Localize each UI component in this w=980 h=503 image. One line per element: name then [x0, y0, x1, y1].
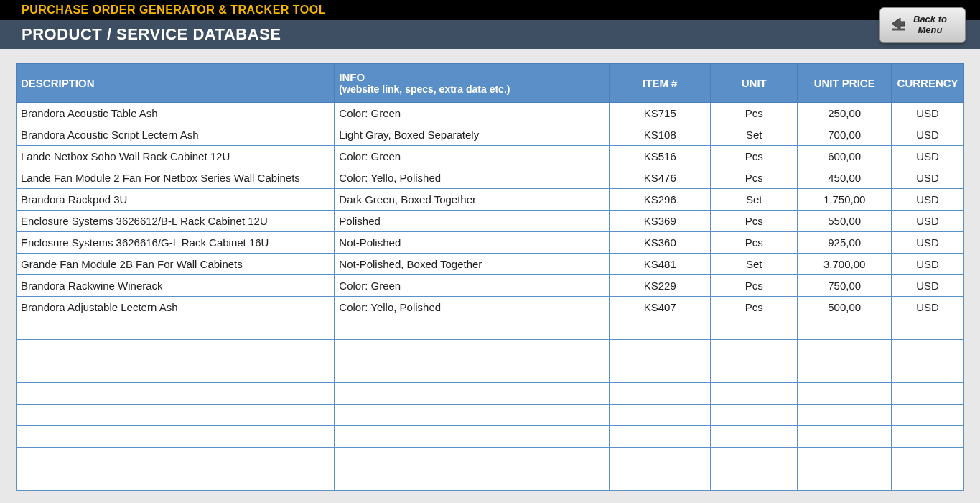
cell-empty[interactable]: [335, 340, 610, 361]
cell-description[interactable]: Lande Netbox Soho Wall Rack Cabinet 12U: [17, 146, 335, 167]
cell-empty[interactable]: [798, 361, 892, 383]
cell-empty[interactable]: [798, 383, 892, 405]
cell-empty[interactable]: [335, 469, 610, 491]
cell-unit_price[interactable]: 600,00: [798, 146, 892, 167]
table-row[interactable]: Brandora Adjustable Lectern AshColor: Ye…: [17, 297, 964, 318]
cell-info[interactable]: Color: Green: [335, 275, 610, 297]
cell-empty[interactable]: [711, 448, 798, 469]
table-row-empty[interactable]: [17, 361, 964, 383]
cell-empty[interactable]: [711, 318, 798, 340]
cell-empty[interactable]: [610, 318, 711, 340]
cell-empty[interactable]: [610, 383, 711, 405]
table-row[interactable]: Lande Netbox Soho Wall Rack Cabinet 12UC…: [17, 146, 964, 167]
cell-empty[interactable]: [610, 405, 711, 426]
cell-info[interactable]: Not-Polished: [335, 232, 610, 254]
cell-unit[interactable]: Pcs: [711, 211, 798, 232]
table-row[interactable]: Brandora Acoustic Script Lectern AshLigh…: [17, 124, 964, 146]
cell-empty[interactable]: [892, 448, 964, 469]
cell-unit_price[interactable]: 925,00: [798, 232, 892, 254]
cell-unit[interactable]: Pcs: [711, 275, 798, 297]
cell-description[interactable]: Brandora Acoustic Table Ash: [17, 103, 335, 124]
cell-empty[interactable]: [798, 469, 892, 491]
cell-empty[interactable]: [798, 405, 892, 426]
table-row[interactable]: Lande Fan Module 2 Fan For Netbox Series…: [17, 167, 964, 189]
cell-empty[interactable]: [17, 469, 335, 491]
cell-unit[interactable]: Pcs: [711, 297, 798, 318]
cell-description[interactable]: Lande Fan Module 2 Fan For Netbox Series…: [17, 167, 335, 189]
cell-empty[interactable]: [335, 405, 610, 426]
cell-empty[interactable]: [892, 340, 964, 361]
cell-empty[interactable]: [711, 383, 798, 405]
cell-unit[interactable]: Pcs: [711, 232, 798, 254]
cell-currency[interactable]: USD: [892, 124, 964, 146]
cell-empty[interactable]: [892, 361, 964, 383]
cell-currency[interactable]: USD: [892, 254, 964, 275]
cell-info[interactable]: Polished: [335, 211, 610, 232]
cell-item[interactable]: KS715: [610, 103, 711, 124]
cell-empty[interactable]: [892, 405, 964, 426]
cell-unit[interactable]: Pcs: [711, 167, 798, 189]
cell-currency[interactable]: USD: [892, 103, 964, 124]
cell-empty[interactable]: [798, 448, 892, 469]
cell-info[interactable]: Dark Green, Boxed Together: [335, 189, 610, 211]
cell-empty[interactable]: [17, 318, 335, 340]
cell-unit_price[interactable]: 1.750,00: [798, 189, 892, 211]
cell-empty[interactable]: [17, 361, 335, 383]
cell-unit_price[interactable]: 3.700,00: [798, 254, 892, 275]
cell-currency[interactable]: USD: [892, 167, 964, 189]
cell-empty[interactable]: [711, 405, 798, 426]
cell-empty[interactable]: [711, 469, 798, 491]
cell-empty[interactable]: [17, 383, 335, 405]
cell-description[interactable]: Brandora Rackwine Winerack: [17, 275, 335, 297]
cell-empty[interactable]: [17, 340, 335, 361]
cell-description[interactable]: Grande Fan Module 2B Fan For Wall Cabine…: [17, 254, 335, 275]
cell-currency[interactable]: USD: [892, 211, 964, 232]
cell-currency[interactable]: USD: [892, 189, 964, 211]
cell-empty[interactable]: [711, 340, 798, 361]
cell-empty[interactable]: [798, 318, 892, 340]
cell-empty[interactable]: [335, 383, 610, 405]
cell-item[interactable]: KS108: [610, 124, 711, 146]
cell-unit_price[interactable]: 550,00: [798, 211, 892, 232]
cell-description[interactable]: Enclosure Systems 3626612/B-L Rack Cabin…: [17, 211, 335, 232]
table-row[interactable]: Enclosure Systems 3626612/B-L Rack Cabin…: [17, 211, 964, 232]
cell-empty[interactable]: [335, 318, 610, 340]
cell-empty[interactable]: [17, 448, 335, 469]
cell-empty[interactable]: [711, 426, 798, 448]
cell-info[interactable]: Color: Yello, Polished: [335, 297, 610, 318]
table-row-empty[interactable]: [17, 383, 964, 405]
table-row-empty[interactable]: [17, 426, 964, 448]
cell-empty[interactable]: [798, 426, 892, 448]
cell-empty[interactable]: [892, 426, 964, 448]
cell-empty[interactable]: [892, 469, 964, 491]
cell-info[interactable]: Light Gray, Boxed Separately: [335, 124, 610, 146]
cell-empty[interactable]: [610, 448, 711, 469]
table-row[interactable]: Brandora Rackwine WinerackColor: GreenKS…: [17, 275, 964, 297]
cell-empty[interactable]: [610, 469, 711, 491]
cell-item[interactable]: KS296: [610, 189, 711, 211]
cell-description[interactable]: Enclosure Systems 3626616/G-L Rack Cabin…: [17, 232, 335, 254]
table-row[interactable]: Brandora Rackpod 3UDark Green, Boxed Tog…: [17, 189, 964, 211]
cell-info[interactable]: Color: Green: [335, 103, 610, 124]
cell-empty[interactable]: [335, 426, 610, 448]
table-row-empty[interactable]: [17, 469, 964, 491]
table-row-empty[interactable]: [17, 318, 964, 340]
cell-description[interactable]: Brandora Rackpod 3U: [17, 189, 335, 211]
cell-item[interactable]: KS229: [610, 275, 711, 297]
cell-unit_price[interactable]: 250,00: [798, 103, 892, 124]
cell-unit_price[interactable]: 750,00: [798, 275, 892, 297]
cell-unit[interactable]: Set: [711, 189, 798, 211]
cell-empty[interactable]: [335, 448, 610, 469]
cell-item[interactable]: KS360: [610, 232, 711, 254]
cell-description[interactable]: Brandora Acoustic Script Lectern Ash: [17, 124, 335, 146]
cell-item[interactable]: KS369: [610, 211, 711, 232]
table-row[interactable]: Enclosure Systems 3626616/G-L Rack Cabin…: [17, 232, 964, 254]
back-to-menu-button[interactable]: Back toMenu: [879, 7, 966, 43]
cell-unit[interactable]: Set: [711, 124, 798, 146]
cell-empty[interactable]: [335, 361, 610, 383]
cell-empty[interactable]: [610, 426, 711, 448]
cell-currency[interactable]: USD: [892, 275, 964, 297]
table-row[interactable]: Grande Fan Module 2B Fan For Wall Cabine…: [17, 254, 964, 275]
cell-currency[interactable]: USD: [892, 297, 964, 318]
cell-unit[interactable]: Pcs: [711, 146, 798, 167]
